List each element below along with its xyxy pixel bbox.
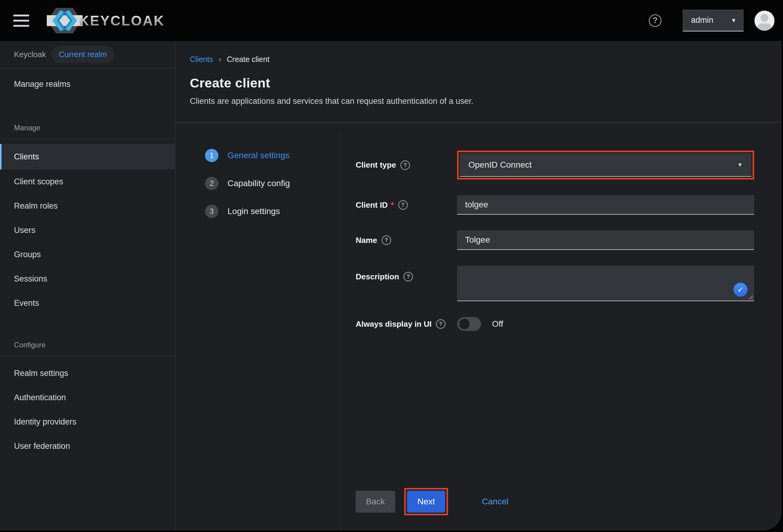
- wizard-actions: Back Next Cancel: [356, 488, 754, 515]
- chevron-right-icon: ›: [218, 54, 221, 64]
- app-shell: Keycloak Current realm Manage realms Man…: [0, 41, 781, 530]
- sidebar-item-sessions[interactable]: Sessions: [0, 267, 175, 291]
- step-number-badge: 2: [205, 177, 218, 190]
- realm-switcher: Keycloak Current realm: [0, 41, 175, 68]
- toggle-knob: [459, 319, 470, 329]
- sidebar-section-manage: Manage: [0, 122, 175, 134]
- current-realm-button[interactable]: Current realm: [52, 46, 115, 63]
- page-header: Clients › Create client Create client Cl…: [175, 41, 781, 123]
- user-name: admin: [691, 15, 714, 25]
- wizard-step-capability-config[interactable]: 2 Capability config: [205, 177, 341, 190]
- chevron-down-icon: ▾: [732, 17, 735, 24]
- caret-down-icon: ▼: [737, 161, 743, 168]
- sidebar-item-manage-realms[interactable]: Manage realms: [0, 74, 175, 94]
- extension-check-badge-icon[interactable]: ✓: [733, 283, 748, 297]
- sidebar-item-user-federation[interactable]: User federation: [0, 434, 175, 458]
- always-display-toggle[interactable]: [457, 317, 481, 331]
- name-input[interactable]: [457, 230, 754, 250]
- breadcrumb: Clients › Create client: [190, 54, 766, 64]
- help-icon[interactable]: ?: [403, 272, 413, 281]
- sidebar-item-client-scopes[interactable]: Client scopes: [0, 169, 175, 194]
- main-content: Clients › Create client Create client Cl…: [175, 41, 781, 530]
- keycloak-logo: KEYCLOAK: [47, 6, 165, 35]
- help-icon[interactable]: ?: [649, 14, 661, 27]
- breadcrumb-clients-link[interactable]: Clients: [190, 55, 213, 64]
- help-icon[interactable]: ?: [400, 160, 410, 170]
- sidebar-nav: Manage realms Manage Clients Client scop…: [0, 68, 175, 458]
- annotation-highlight-client-type: OpenID Connect ▼: [457, 151, 754, 180]
- name-label: Name: [356, 236, 377, 245]
- sidebar-item-users[interactable]: Users: [0, 218, 175, 242]
- realm-switcher-label: Keycloak: [14, 50, 46, 59]
- always-display-label: Always display in UI: [356, 319, 432, 329]
- help-icon[interactable]: ?: [398, 200, 408, 210]
- sidebar-section-configure: Configure: [0, 339, 175, 351]
- always-display-row: Always display in UI ? Off: [356, 317, 754, 331]
- client-type-label: Client type: [356, 160, 396, 170]
- back-button[interactable]: Back: [356, 491, 395, 512]
- help-icon[interactable]: ?: [381, 235, 391, 245]
- avatar[interactable]: [754, 11, 775, 31]
- keycloak-admin-console: KEYCLOAK ? admin ▾ Keycloak Current real…: [0, 0, 783, 532]
- description-row: Description ? ✓: [356, 266, 754, 301]
- client-type-select[interactable]: OpenID Connect ▼: [460, 153, 751, 177]
- keycloak-logo-icon: [47, 6, 83, 35]
- sidebar-item-identity-providers[interactable]: Identity providers: [0, 410, 175, 434]
- brand-name: KEYCLOAK: [79, 12, 165, 29]
- menu-icon[interactable]: [13, 14, 29, 27]
- breadcrumb-current: Create client: [227, 55, 270, 64]
- step-number-badge: 1: [205, 149, 218, 162]
- client-id-row: Client ID * ?: [356, 195, 754, 215]
- create-client-wizard: 1 General settings 2 Capability config 3…: [175, 123, 781, 530]
- top-bar: KEYCLOAK ? admin ▾: [0, 0, 783, 41]
- sidebar-item-authentication[interactable]: Authentication: [0, 385, 175, 410]
- next-button[interactable]: Next: [407, 491, 445, 512]
- page-title: Create client: [190, 75, 766, 91]
- wizard-step-login-settings[interactable]: 3 Login settings: [205, 205, 341, 218]
- annotation-highlight-next: Next: [404, 488, 448, 515]
- wizard-step-general-settings[interactable]: 1 General settings: [205, 149, 341, 162]
- sidebar-item-events[interactable]: Events: [0, 291, 175, 315]
- wizard-steps-nav: 1 General settings 2 Capability config 3…: [175, 134, 341, 530]
- page-subtitle: Clients are applications and services th…: [190, 97, 766, 122]
- step-number-badge: 3: [205, 205, 218, 218]
- sidebar: Keycloak Current realm Manage realms Man…: [0, 41, 175, 530]
- sidebar-item-realm-roles[interactable]: Realm roles: [0, 194, 175, 218]
- client-id-label: Client ID: [356, 200, 387, 210]
- general-settings-form: Client type ? OpenID Connect ▼: [341, 134, 781, 530]
- sidebar-item-clients[interactable]: Clients: [0, 144, 175, 169]
- name-row: Name ?: [356, 230, 754, 250]
- client-type-row: Client type ? OpenID Connect ▼: [356, 151, 754, 180]
- description-label: Description: [356, 272, 399, 281]
- description-textarea[interactable]: [457, 266, 754, 301]
- required-asterisk: *: [390, 200, 394, 210]
- cancel-link[interactable]: Cancel: [482, 497, 508, 506]
- user-menu-dropdown[interactable]: admin ▾: [683, 10, 744, 32]
- help-icon[interactable]: ?: [436, 319, 445, 329]
- sidebar-item-realm-settings[interactable]: Realm settings: [0, 361, 175, 385]
- sidebar-item-groups[interactable]: Groups: [0, 242, 175, 267]
- client-id-input[interactable]: [457, 195, 754, 215]
- toggle-state-label: Off: [492, 319, 503, 329]
